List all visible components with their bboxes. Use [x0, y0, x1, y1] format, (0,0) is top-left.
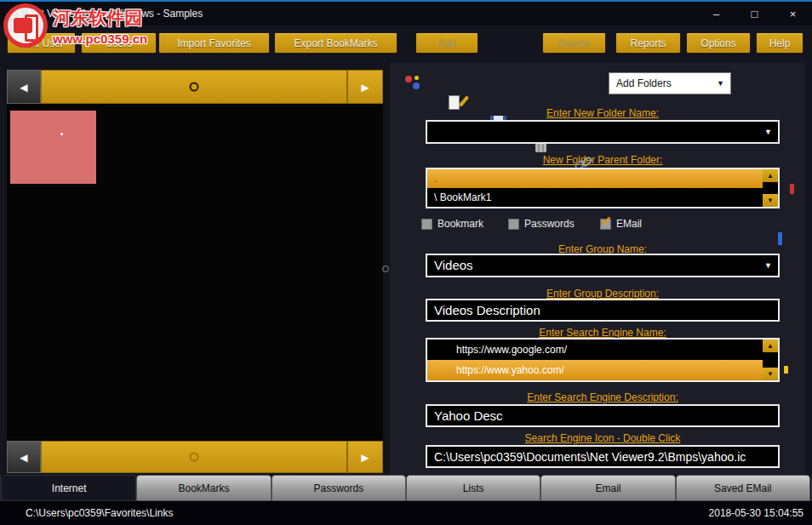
checkbox-box [421, 219, 432, 230]
next-item-button[interactable]: ► [347, 70, 383, 104]
scroll-down-button[interactable]: ▼ [763, 194, 778, 207]
right-arrow-icon: ► [359, 450, 372, 465]
preview-nav-top: ◄ ► [7, 70, 383, 104]
list-item[interactable]: . [427, 169, 763, 188]
panel-splitter-handle[interactable] [382, 265, 389, 272]
search-engine-icon-label: Search Engine Icon - Double Click [426, 432, 780, 444]
checkbox-label: Passwords [524, 218, 575, 230]
titlebar: Net Viewer 9.2 for Windows - Samples – □… [0, 2, 812, 26]
window-controls: – □ × [697, 2, 812, 26]
position-indicator-icon [190, 453, 199, 462]
down-arrow-icon: ▼ [767, 197, 774, 204]
prev-item-button[interactable]: ◄ [7, 70, 41, 104]
list-item[interactable]: https://www.yahoo.com/ [427, 360, 763, 380]
statusbar: C:\Users\pc0359\Favorites\Links 2018-05-… [0, 501, 812, 525]
checkbox-label: EMail [616, 218, 642, 230]
type-checkboxes: Bookmark Passwords ✓ EMail [390, 218, 805, 233]
tab-email[interactable]: Email [540, 475, 675, 501]
search-engine-list: https://www.google.com/ https://www.yaho… [426, 338, 780, 382]
up-arrow-icon: ▲ [767, 342, 774, 350]
group-description-label: Enter Group Description: [426, 288, 780, 300]
window-title: Net Viewer 9.2 for Windows - Samples [28, 8, 203, 20]
edit-toolbar: Add Folders ▼ [390, 71, 805, 97]
statusbar-datetime: 2018-05-30 15:04:55 [709, 507, 812, 519]
scrollbar: ▲ ▼ [763, 340, 778, 380]
bookmark-checkbox[interactable]: Bookmark [421, 218, 483, 230]
left-arrow-icon: ◄ [18, 450, 31, 465]
preview-thumbnail[interactable] [10, 111, 96, 184]
app-window: Net Viewer 9.2 for Windows - Samples – □… [0, 0, 812, 525]
parent-folder-label: New Folder Parent Folder: [426, 154, 780, 166]
scroll-track[interactable] [763, 352, 778, 368]
up-arrow-icon: ▲ [767, 172, 774, 180]
right-arrow-icon: ► [359, 80, 372, 94]
users-button[interactable]: Users [81, 32, 157, 54]
main-area: ◄ ► ◄ ► [0, 63, 812, 475]
new-folder-name-combo[interactable]: ▼ [426, 120, 780, 144]
left-arrow-icon: ◄ [18, 80, 31, 94]
search-engine-icon-path-input[interactable] [426, 445, 780, 468]
checkbox-box [508, 219, 519, 230]
position-indicator-icon [190, 83, 199, 92]
passwords-checkbox[interactable]: Passwords [508, 218, 575, 230]
tab-passwords[interactable]: Passwords [272, 475, 406, 501]
preview-position-track-bottom[interactable] [41, 441, 347, 473]
group-name-value: Videos [434, 258, 473, 272]
tab-internet[interactable]: Internet [2, 475, 136, 501]
tab-bookmarks[interactable]: BookMarks [136, 475, 271, 501]
tab-saved-email[interactable]: Saved EMail [676, 475, 810, 501]
export-bookmarks-button[interactable]: Export BookMarks [274, 32, 397, 54]
bottom-tabbar: Internet BookMarks Passwords Lists Email… [2, 475, 810, 501]
parent-folder-list: . \ BookMark1 ▲ ▼ [426, 168, 780, 208]
list-item[interactable]: https://www.google.com/ [427, 340, 763, 360]
app-icon [10, 9, 21, 20]
tab-lists[interactable]: Lists [406, 475, 540, 501]
action-mode-value: Add Folders [616, 77, 672, 89]
help-button[interactable]: Help [756, 32, 803, 54]
scroll-down-button[interactable]: ▼ [763, 368, 778, 380]
chevron-down-icon: ▼ [717, 73, 724, 94]
main-toolbar: New User Users Import Favorites Export B… [0, 26, 812, 63]
preview-nav-bottom: ◄ ► [7, 441, 383, 473]
group-description-input[interactable] [426, 299, 780, 322]
scrollbar: ▲ ▼ [763, 169, 778, 207]
minimize-button[interactable]: – [697, 2, 735, 26]
email-checkbox[interactable]: ✓ EMail [600, 218, 642, 230]
add-button[interactable]: Add [415, 32, 478, 54]
group-name-combo[interactable]: Videos ▼ [426, 254, 780, 277]
preview-panel: ◄ ► ◄ ► [7, 70, 383, 473]
prev-page-button[interactable]: ◄ [7, 441, 41, 473]
scroll-up-button[interactable]: ▲ [763, 340, 778, 352]
maximize-button[interactable]: □ [735, 2, 774, 26]
list-item[interactable]: \ BookMark1 [427, 188, 763, 207]
options-button[interactable]: Options [686, 32, 751, 54]
add-bookmark-icon[interactable] [403, 73, 424, 94]
edit-panel: Add Folders ▼ Enter New Folder Name: ▼ N… [390, 63, 805, 475]
chevron-down-icon: ▼ [764, 255, 772, 276]
import-favorites-button[interactable]: Import Favorites [158, 32, 270, 54]
next-page-button[interactable]: ► [347, 441, 383, 473]
new-user-button[interactable]: New User [7, 32, 76, 54]
checkbox-label: Bookmark [437, 218, 483, 230]
statusbar-path: C:\Users\pc0359\Favorites\Links [0, 507, 173, 519]
search-engine-name-label: Enter Search Engine Name: [426, 327, 780, 339]
close-button[interactable]: × [774, 2, 812, 26]
down-arrow-icon: ▼ [767, 370, 774, 378]
source-button[interactable]: Source [542, 32, 606, 54]
checkbox-box: ✓ [600, 219, 611, 230]
new-folder-name-label: Enter New Folder Name: [426, 107, 780, 119]
reports-button[interactable]: Reports [615, 32, 681, 54]
search-engine-description-label: Enter Search Engine Description: [426, 391, 780, 403]
scroll-track[interactable] [763, 182, 778, 194]
preview-position-track-top[interactable] [41, 70, 347, 104]
preview-canvas[interactable] [7, 104, 383, 441]
chevron-down-icon: ▼ [764, 122, 772, 142]
search-engine-description-input[interactable] [426, 404, 780, 427]
action-mode-select[interactable]: Add Folders ▼ [609, 72, 731, 94]
scroll-up-button[interactable]: ▲ [763, 169, 778, 182]
check-icon: ✓ [600, 213, 612, 231]
